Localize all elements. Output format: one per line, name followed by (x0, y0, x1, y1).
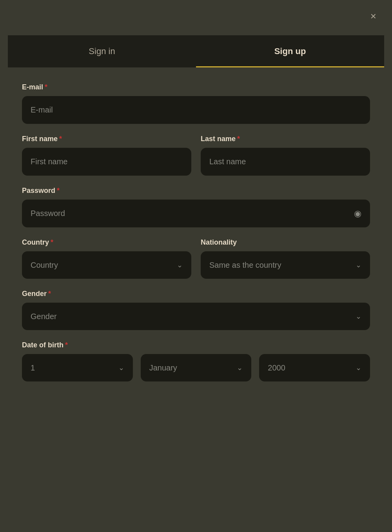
day-select[interactable]: 1 (22, 354, 133, 381)
password-input[interactable] (22, 200, 370, 227)
country-select[interactable]: Country (22, 251, 191, 279)
day-select-wrapper: 1 ⌄ (22, 354, 133, 381)
first-name-label: First name* (22, 135, 191, 143)
email-label: E-mail* (22, 83, 370, 91)
signup-form: E-mail* First name* Last name* (8, 67, 384, 419)
country-required: * (51, 238, 53, 246)
password-label: Password* (22, 187, 370, 195)
last-name-label: Last name* (201, 135, 370, 143)
email-required: * (45, 83, 47, 91)
gender-required: * (48, 290, 51, 298)
password-group: Password* ◉ (22, 187, 370, 227)
toggle-password-icon[interactable]: ◉ (354, 209, 361, 219)
month-select[interactable]: January (141, 354, 252, 381)
nationality-group: Nationality Same as the country ⌄ (201, 238, 370, 279)
last-name-group: Last name* (201, 135, 370, 176)
close-button[interactable]: × (370, 11, 376, 21)
nationality-select[interactable]: Same as the country (201, 251, 370, 279)
nationality-label: Nationality (201, 238, 370, 247)
password-required: * (57, 187, 60, 194)
year-select[interactable]: 2000 (259, 354, 370, 381)
password-wrapper: ◉ (22, 200, 370, 227)
gender-label: Gender* (22, 290, 370, 298)
day-group: 1 ⌄ (22, 354, 133, 381)
first-name-group: First name* (22, 135, 191, 176)
tab-sign-up[interactable]: Sign up (196, 35, 384, 67)
name-row: First name* Last name* (22, 135, 370, 187)
last-name-required: * (237, 135, 240, 143)
country-group: Country* Country ⌄ (22, 238, 191, 279)
modal-content: Sign in Sign up E-mail* First name* (8, 35, 384, 419)
year-select-wrapper: 2000 ⌄ (259, 354, 370, 381)
first-name-input[interactable] (22, 148, 191, 176)
last-name-input[interactable] (201, 148, 370, 176)
first-name-required: * (59, 135, 62, 143)
country-label: Country* (22, 238, 191, 247)
nationality-select-wrapper: Same as the country ⌄ (201, 251, 370, 279)
email-input[interactable] (22, 96, 370, 124)
email-group: E-mail* (22, 83, 370, 124)
month-group: January ⌄ (141, 354, 252, 381)
gender-group: Gender* Gender ⌄ (22, 290, 370, 330)
tab-sign-in[interactable]: Sign in (8, 35, 196, 67)
gender-select[interactable]: Gender (22, 303, 370, 330)
dob-group: Date of birth* 1 ⌄ (22, 341, 370, 392)
month-select-wrapper: January ⌄ (141, 354, 252, 381)
dob-required: * (65, 341, 68, 349)
modal-overlay: × Sign in Sign up E-mail* First name* (0, 0, 392, 532)
dob-label: Date of birth* (22, 341, 370, 349)
date-row: 1 ⌄ January ⌄ (22, 354, 370, 392)
country-select-wrapper: Country ⌄ (22, 251, 191, 279)
country-nationality-row: Country* Country ⌄ Nationality (22, 238, 370, 290)
year-group: 2000 ⌄ (259, 354, 370, 381)
gender-select-wrapper: Gender ⌄ (22, 303, 370, 330)
tabs-container: Sign in Sign up (8, 35, 384, 67)
